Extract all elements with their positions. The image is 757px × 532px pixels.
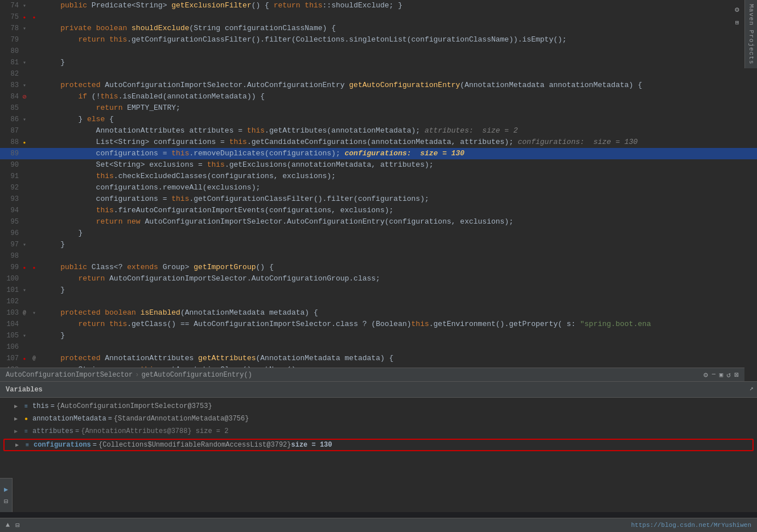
code-content: protected AutoConfigurationImportSelecto… <box>43 80 757 91</box>
collapse-icon[interactable]: ▾ <box>20 59 28 67</box>
gutter-space <box>20 36 28 44</box>
code-content: AnnotationAttributes attributes = this.g… <box>43 125 757 137</box>
line-number: 89 <box>3 150 19 158</box>
settings-icon[interactable]: ⚙ <box>732 5 742 15</box>
line-number-area: 92 <box>0 184 43 192</box>
code-content: } else { <box>43 114 757 125</box>
breadcrumb-class: AutoConfigurationImportSelector <box>6 371 133 379</box>
line-number-area: 100 <box>0 275 43 283</box>
var-name-label: attributes <box>32 427 73 435</box>
gutter-space2 <box>30 104 38 112</box>
line-number: 82 <box>3 70 19 78</box>
refresh-icon[interactable]: ↺ <box>726 370 731 380</box>
expand-arrow-icon[interactable]: ▶ <box>13 440 22 449</box>
dot-yellow-icon[interactable]: ● <box>20 138 28 146</box>
dot-red-icon[interactable]: ● <box>20 13 28 21</box>
table-row: 101 ▾ } <box>0 284 757 296</box>
gutter-space <box>20 218 28 226</box>
var-value-text: {AnnotationAttributes@3788} size = 2 <box>81 427 228 435</box>
collapse-icon[interactable]: ▾ <box>20 2 28 10</box>
table-row: 102 <box>0 296 757 307</box>
table-row: 79 return this.getConfigurationClassFilt… <box>0 34 757 46</box>
collapse-icon[interactable]: ▾ <box>30 309 38 317</box>
table-row: 105 ▾ } <box>0 330 757 341</box>
class-icon: ● <box>22 414 31 423</box>
expand-arrow-icon[interactable]: ▶ <box>11 402 20 411</box>
gutter-space2 <box>30 47 38 55</box>
code-content: configurations = this.removeDuplicates(c… <box>43 148 757 159</box>
minus-icon[interactable]: − <box>711 370 716 379</box>
table-row: 99 ● ● public Class<? extends Group> get… <box>0 262 757 273</box>
gutter-space <box>30 59 38 67</box>
line-number: 78 <box>3 24 19 32</box>
gutter-space2 <box>30 161 38 169</box>
line-number-area: 85 <box>0 104 43 112</box>
close2-icon[interactable]: ⊠ <box>734 370 739 380</box>
list-item[interactable]: ▶ ≡ this = {AutoConfigurationImportSelec… <box>0 400 757 413</box>
table-row: 100 return AutoConfigurationImportSelect… <box>0 273 757 284</box>
line-number-area: 104 <box>0 320 43 328</box>
dot-red-icon[interactable]: ● <box>20 354 28 362</box>
line-number: 99 <box>3 263 19 271</box>
line-number-area: 84 ⊘ <box>0 93 43 101</box>
table-row: 91 this.checkExcludedClasses(configurati… <box>0 171 757 182</box>
table-row: 104 return this.getClass() == AutoConfig… <box>0 319 757 330</box>
gutter-space <box>30 241 38 249</box>
var-equals: = <box>108 415 112 423</box>
table-row: 106 <box>0 341 757 353</box>
gutter-space <box>20 343 28 351</box>
line-number: 92 <box>3 184 19 192</box>
list-item[interactable]: ▶ ≡ configurations = {Collections$Unmodi… <box>3 439 754 451</box>
dot-red-icon2[interactable]: ● <box>30 13 38 21</box>
table-row: 83 ▾ protected AutoConfigurationImportSe… <box>0 80 757 91</box>
debug-icon2[interactable]: ⊟ <box>4 497 8 506</box>
expand-arrow-icon[interactable]: ▶ <box>11 427 20 436</box>
dot-red-icon2[interactable]: ● <box>30 263 38 271</box>
line-number-area: 82 <box>0 70 43 78</box>
status-icon1[interactable]: ▲ <box>6 521 10 529</box>
line-number: 74 <box>3 2 19 10</box>
collapse-icon[interactable]: ▾ <box>20 24 28 32</box>
list-icon: ≡ <box>22 427 31 436</box>
dot-red-icon[interactable]: ● <box>20 263 28 271</box>
gutter-space <box>20 298 28 306</box>
code-content: List<String> configurations = this.getCa… <box>43 137 757 148</box>
line-number-area: 106 <box>0 343 43 351</box>
at-icon: @ <box>20 309 28 317</box>
list-item[interactable]: ▶ ≡ attributes = {AnnotationAttributes@3… <box>0 425 757 438</box>
code-content: return AutoConfigurationImportSelector.A… <box>43 273 757 284</box>
code-content: } <box>43 284 757 296</box>
collapse-icon[interactable]: ▾ <box>20 81 28 89</box>
code-content: } <box>43 330 757 341</box>
expand-arrow-icon[interactable]: ▶ <box>11 414 20 423</box>
gutter-space2 <box>30 172 38 180</box>
table-row: 97 ▾ } <box>0 239 757 250</box>
dot-red-icon[interactable]: ⊘ <box>20 93 28 101</box>
line-number-area: 95 <box>0 218 43 226</box>
gutter-space2 <box>30 252 38 260</box>
layout2-icon[interactable]: ▣ <box>719 371 723 378</box>
debug-icon1[interactable]: ▶ <box>4 485 8 494</box>
gutter-space <box>30 138 38 146</box>
line-number: 100 <box>3 275 19 283</box>
gutter-space <box>20 184 28 192</box>
line-number: 79 <box>3 36 19 44</box>
gutter-space <box>30 24 38 32</box>
gutter-space2 <box>30 320 38 328</box>
collapse-icon[interactable]: ▾ <box>20 332 28 340</box>
table-row: 107 ● @ protected AnnotationAttributes g… <box>0 353 757 364</box>
collapse-icon[interactable]: ▾ <box>20 116 28 123</box>
var-name-label: annotationMetadata <box>32 415 106 423</box>
settings-gear-icon[interactable]: ⚙ <box>703 370 708 380</box>
collapse-icon[interactable]: ▾ <box>20 286 28 294</box>
panel-expand-button[interactable]: ↗ <box>750 384 754 393</box>
line-number-area: 98 <box>0 252 43 260</box>
status-icon2[interactable]: ⊟ <box>15 521 19 530</box>
list-item[interactable]: ▶ ● annotationMetadata = {StandardAnnota… <box>0 413 757 425</box>
table-row: 95 return new AutoConfigurationImportSel… <box>0 216 757 228</box>
table-row: 74 ▾ public Predicate<String> getExclusi… <box>0 0 757 11</box>
line-number-area: 89 <box>0 150 43 158</box>
collapse-icon[interactable]: ▾ <box>20 241 28 249</box>
layout-icon[interactable]: ⊞ <box>732 17 742 27</box>
gutter-space <box>20 195 28 203</box>
